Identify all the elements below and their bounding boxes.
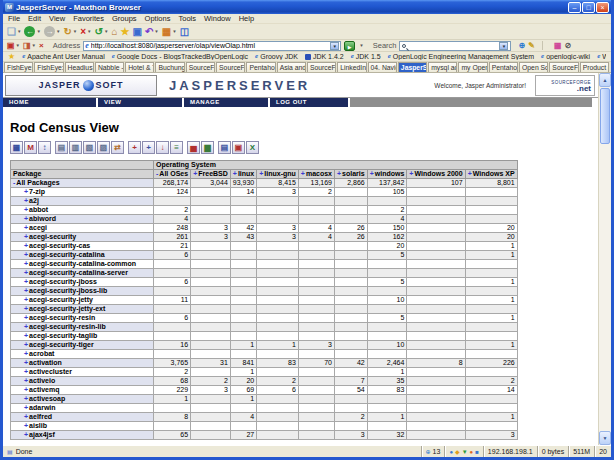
row-header-cell[interactable]: +activemq [11,386,154,395]
favorites-panel-icon[interactable]: ★ [8,52,15,61]
bookmark-item[interactable]: eopenlogic-wiki [541,53,590,60]
expand-toggle-icon[interactable]: + [468,170,472,177]
tab-17[interactable]: Pentaho Bu... [489,62,518,72]
menu-file[interactable]: File [8,14,20,23]
sniffer-icon[interactable]: ◆ [455,447,460,457]
split-view-button[interactable]: ◫ [180,25,189,39]
expand-toggle-icon[interactable]: + [24,206,28,213]
row-header-cell[interactable]: +acegi-security-cas [11,242,154,251]
menu-edit[interactable]: Edit [28,14,41,23]
show-parent-members-button[interactable]: ▤ [55,141,68,154]
tab-20[interactable]: Product revi... [580,62,609,72]
go-dropdown-icon[interactable]: ▼ [359,43,363,48]
search-input[interactable]: ▼ [399,41,511,51]
plugin-grid-button[interactable]: ▦ [554,41,562,50]
search-dropdown-icon[interactable]: ▼ [499,42,508,50]
row-header-cell[interactable]: +acrobat [11,350,154,359]
row-header-cell[interactable]: +acegi-security-taglib [11,332,154,341]
row-header-cell[interactable]: +acegi-security-jetty-ext [11,305,154,314]
popup-blocker-button[interactable]: ▣▼ [7,41,20,50]
expand-toggle-icon[interactable]: + [259,170,263,177]
menu-help[interactable]: Help [239,14,254,23]
expand-toggle-icon[interactable]: + [24,431,28,438]
row-header-cell[interactable]: +acegi [11,224,154,233]
menu-window[interactable]: Window [204,14,231,23]
row-header-cell[interactable]: +a2j [11,197,154,206]
expand-toggle-icon[interactable]: + [24,188,28,195]
show-properties-button[interactable]: ▧ [83,141,96,154]
column-header[interactable]: +Windows 2000 [407,170,465,179]
dropdown-arrow-icon[interactable]: ▼ [56,29,60,34]
dropdown-arrow-icon[interactable]: ▼ [32,43,36,48]
nav-home[interactable]: HOME [3,98,96,107]
expand-toggle-icon[interactable]: - [13,179,15,186]
new-document-button[interactable]: ❏▼ [7,25,21,39]
tab-5[interactable]: Hotel & Tra... [125,62,154,72]
column-header[interactable]: +linux-gnu [257,170,299,179]
chart-config-button[interactable]: ▆ [201,141,214,154]
undo-button[interactable]: ↶▼ [145,25,159,39]
refresh-button[interactable]: ↻▼ [63,25,77,39]
proxy-disabled-button[interactable]: ⊘ [564,41,571,50]
menu-options[interactable]: Options [145,14,171,23]
row-header-cell[interactable]: +activesoap [11,395,154,404]
ad-hunter-button[interactable]: ▦▼ [162,25,177,39]
bookmark-item[interactable]: eWordPress - Login [597,53,606,60]
tab-14[interactable]: JasperServer [398,62,427,72]
expand-toggle-icon[interactable]: + [24,413,28,420]
swap-axes-button[interactable]: ⇄ [111,141,124,154]
expand-toggle-icon[interactable]: + [24,341,28,348]
scrollbar-track[interactable] [599,145,611,431]
dropdown-arrow-icon[interactable]: ▼ [73,29,77,34]
row-header-cell[interactable]: +acegi-security-catalina-server [11,269,154,278]
bookmark-item[interactable]: eGoogle Docs - BlogsTrackedByOpenLogic [112,53,248,60]
row-header-cell[interactable]: +acegi-security-resin-lib [11,323,154,332]
expand-toggle-icon[interactable]: + [24,332,28,339]
content-filter-button[interactable]: ◨▼ [23,41,36,50]
expand-toggle-icon[interactable]: + [193,170,197,177]
close-button[interactable]: × [596,2,609,13]
drill-through-button[interactable]: ≡ [170,141,183,154]
tab-7[interactable]: SourceForg... [186,62,215,72]
expand-toggle-icon[interactable]: + [24,260,28,267]
menu-favorites[interactable]: Favorites [73,14,104,23]
suppress-empty-button[interactable]: ▨ [97,141,110,154]
tab-6[interactable]: Buchung [155,62,184,72]
drill-replace-button[interactable]: ↓ [156,141,169,154]
nav-view[interactable]: VIEW [98,98,182,107]
mdx-editor-button[interactable]: M [24,141,37,154]
menu-groups[interactable]: Groups [112,14,137,23]
nav-manage[interactable]: MANAGE [184,98,268,107]
sort-button[interactable]: ↕ [38,141,51,154]
bookmark-item[interactable]: JDK 1.4.2 [305,53,344,60]
expand-toggle-icon[interactable]: + [301,170,305,177]
column-header[interactable]: +FreeBSD [191,170,231,179]
row-header-cell[interactable]: +activecluster [11,368,154,377]
bookmark-item[interactable]: eJDK 1.5 [351,53,381,60]
scroll-up-icon[interactable]: ▲ [599,73,611,87]
address-dropdown-icon[interactable]: ▼ [330,42,339,50]
tab-18[interactable]: Open Sourc... [519,62,548,72]
sourceforge-logo[interactable]: SOURCEFORGE .net [535,75,595,96]
row-header-cell[interactable]: +activation [11,359,154,368]
expand-toggle-icon[interactable]: + [24,323,28,330]
expand-toggle-icon[interactable]: + [409,170,413,177]
tab-10[interactable]: Asia and Sk... [277,62,306,72]
dropdown-arrow-icon[interactable]: ▼ [172,29,176,34]
go-button[interactable]: ▶ [344,41,355,51]
tab-12[interactable]: LinkedIn: A... [337,62,366,72]
expand-toggle-icon[interactable]: + [24,305,28,312]
expand-toggle-icon[interactable]: + [24,278,28,285]
bookmark-item[interactable]: eGroovy JDK [255,53,298,60]
dropdown-arrow-icon[interactable]: ▼ [104,29,108,34]
row-header-cell[interactable]: +abiword [11,215,154,224]
address-input[interactable]: e http://localhost:8080/jasperserver/ola… [83,41,341,51]
dropdown-arrow-icon[interactable]: ▼ [16,43,20,48]
row-header-cell[interactable]: +acegi-security-catalina [11,251,154,260]
row-header-cell[interactable]: +acegi-security-tiger [11,341,154,350]
row-header-cell[interactable]: +acegi-security-jboss-lib [11,287,154,296]
tab-1[interactable]: FishEye: ch... [4,62,33,72]
row-header-cell[interactable]: +acegi-security-jetty [11,296,154,305]
home-button[interactable]: ⌂ [111,25,117,39]
expand-toggle-icon[interactable]: + [24,242,28,249]
